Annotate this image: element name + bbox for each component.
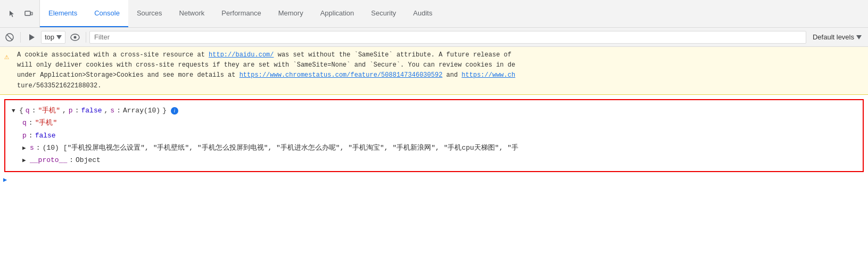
svg-marker-4 [29,34,35,40]
tab-bar: Elements Console Sources Network Perform… [0,0,868,28]
devtools-icons [2,0,40,27]
warning-text-2: was set without the `SameSite` attribute… [274,51,511,59]
eye-btn[interactable] [68,30,82,45]
warning-text-5: and [442,71,461,79]
warning-text-1: A cookie associated with a cross-site re… [17,51,209,59]
console-content: ▼ { q : "手机" , p : false , s : Array(10)… [0,99,868,184]
log-entry: ▼ { q : "手机" , p : false , s : Array(10)… [4,99,864,172]
info-icon[interactable]: i [171,107,178,115]
tab-elements[interactable]: Elements [40,0,86,27]
warning-text-4: under Application>Storage>Cookies and se… [17,71,239,79]
divider-1 [20,32,21,43]
warning-text-6: ture/5633521622188032 [17,82,97,90]
tab-performance[interactable]: Performance [213,0,269,27]
clear-console-btn[interactable] [2,30,17,45]
cursor-icon-btn[interactable] [6,7,19,20]
svg-point-7 [74,36,77,38]
svg-line-3 [7,35,12,40]
tab-sources[interactable]: Sources [128,0,171,27]
tab-memory[interactable]: Memory [270,0,312,27]
svg-rect-1 [31,12,32,15]
filter-input[interactable] [89,31,806,44]
context-selector[interactable]: top [41,31,65,44]
svg-marker-5 [56,35,62,39]
divider-2 [86,32,86,43]
proto-toggle-arrow[interactable]: ▶ [22,156,28,166]
device-toggle-btn[interactable] [22,7,35,20]
expand-arrow[interactable]: ▼ [12,106,17,117]
warning-period: . [97,82,101,90]
log-s-line: ▶ s : (10) ["手机投屏电视怎么设置", "手机壁纸", "手机怎么投… [12,142,856,154]
warning-link-2[interactable]: https://www.chromestatus.com/feature/508… [239,71,443,79]
log-proto-line: ▶ __proto__ : Object [12,154,856,166]
svg-rect-0 [25,11,30,15]
tab-console[interactable]: Console [86,0,128,27]
tab-audits[interactable]: Audits [404,0,441,27]
warning-banner: ⚠ A cookie associated with a cross-site … [0,47,868,95]
tab-security[interactable]: Security [362,0,404,27]
tab-application[interactable]: Application [312,0,363,27]
levels-dropdown-btn[interactable]: Default levels [808,32,866,42]
console-toolbar: top Default levels [0,28,868,47]
warning-link-3[interactable]: https://www.ch [461,71,515,79]
warning-link-1[interactable]: http://baidu.com/ [209,51,274,59]
svg-marker-8 [856,35,862,39]
console-prompt-icon: ▶ [3,176,7,184]
console-input-area: ▶ [0,176,868,184]
tab-network[interactable]: Network [171,0,213,27]
warning-text-3: will only deliver cookies with cross-sit… [17,61,515,69]
s-toggle-arrow[interactable]: ▶ [22,143,28,154]
log-p-line: p : false [12,129,856,142]
log-q-line: q : "手机" [12,117,856,129]
warning-icon: ⚠ [4,51,9,64]
log-summary-line: ▼ { q : "手机" , p : false , s : Array(10)… [12,104,856,117]
play-btn[interactable] [24,30,39,45]
